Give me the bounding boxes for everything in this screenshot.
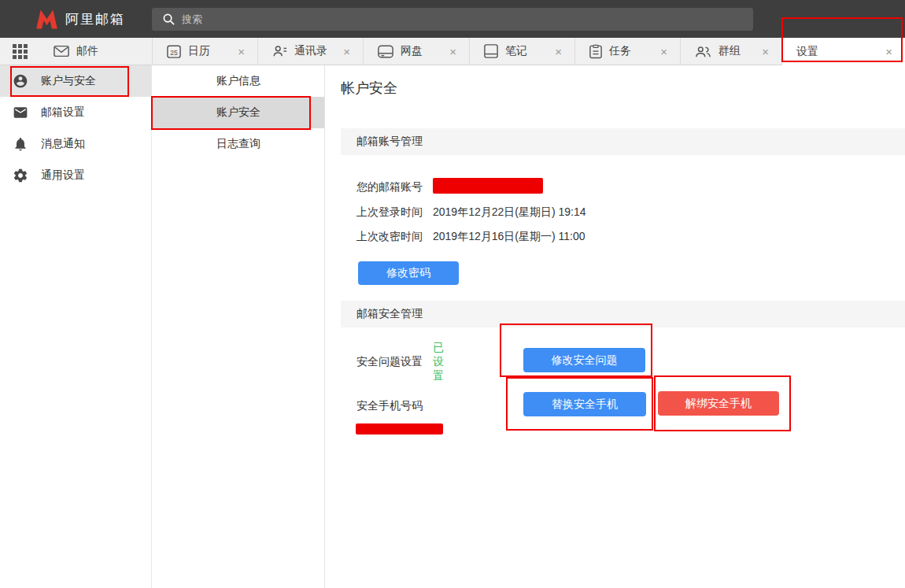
close-icon[interactable]: × (654, 46, 674, 57)
security-question-status: 已设置 (433, 341, 444, 383)
tab-bar: 邮件 25 日历 × 通讯录 × (0, 38, 905, 65)
search-input[interactable]: 搜索 (152, 8, 753, 31)
tab-contacts[interactable]: 通讯录 × (257, 38, 363, 65)
close-icon[interactable]: × (443, 46, 463, 57)
close-icon[interactable]: × (755, 46, 775, 57)
gear-icon (13, 168, 28, 183)
app-grid-icon (13, 44, 28, 59)
main-content: 帐户安全 邮箱账号管理 您的邮箱账号 上次登录时间 2019年12月22日(星期… (326, 65, 905, 588)
account-security-subnav: 账户信息 账户安全 日志查询 (153, 65, 325, 588)
user-circle-icon (13, 73, 28, 89)
alimail-settings-window: 阿里邮箱 搜索 邮件 25 日历 × (0, 0, 905, 588)
sidebar-item-label: 账户与安全 (41, 74, 96, 88)
envelope-icon (13, 105, 28, 120)
settings-sidebar: 账户与安全 邮箱设置 消息通知 通用设置 (0, 65, 152, 588)
last-login-row: 上次登录时间 2019年12月22日(星期日) 19:14 (356, 205, 423, 220)
sidebar-item-label: 邮箱设置 (41, 105, 85, 120)
email-account-label: 您的邮箱账号 (356, 180, 423, 194)
modify-security-question-button[interactable]: 修改安全问题 (523, 348, 645, 372)
tab-notes[interactable]: 笔记 × (469, 38, 574, 65)
tab-drive[interactable]: 网盘 × (363, 38, 469, 65)
calendar-icon: 25 (167, 44, 181, 58)
close-icon[interactable]: × (879, 46, 899, 57)
section-header-label: 邮箱安全管理 (356, 307, 423, 321)
tab-label: 任务 (609, 44, 631, 58)
subnav-item-label: 日志查询 (216, 137, 260, 151)
tab-label: 设置 (796, 45, 818, 59)
tab-groups[interactable]: 群组 × (680, 38, 781, 65)
last-password-change-value: 2019年12月16日(星期一) 11:00 (433, 230, 585, 244)
drive-icon (378, 45, 393, 58)
tab-label: 群组 (718, 44, 741, 58)
security-question-label: 安全问题设置 (356, 355, 423, 369)
security-question-row: 安全问题设置 已设置 (356, 354, 423, 370)
tab-label: 邮件 (76, 44, 98, 58)
subnav-item-account-security[interactable]: 账户安全 (153, 97, 324, 128)
bell-icon (13, 136, 28, 152)
close-icon[interactable]: × (231, 46, 251, 57)
last-login-label: 上次登录时间 (356, 205, 423, 220)
tab-tasks[interactable]: 任务 × (574, 38, 680, 65)
security-phone-label: 安全手机号码 (356, 399, 423, 413)
mail-icon (54, 45, 69, 57)
subnav-item-account-info[interactable]: 账户信息 (153, 65, 324, 97)
groups-icon (695, 45, 711, 58)
tasks-icon (589, 44, 602, 59)
last-password-change-row: 上次改密时间 2019年12月16日(星期一) 11:00 (356, 229, 423, 245)
notes-icon (484, 44, 498, 58)
alimail-m-logo-icon (35, 9, 58, 30)
top-bar: 阿里邮箱 搜索 (0, 0, 905, 38)
tab-label: 网盘 (401, 44, 423, 58)
subnav-item-label: 账户信息 (216, 74, 260, 88)
svg-text:25: 25 (170, 49, 178, 57)
change-password-button[interactable]: 修改密码 (358, 261, 459, 285)
subnav-item-label: 账户安全 (216, 105, 260, 120)
section-header-mail-account: 邮箱账号管理 (341, 128, 905, 155)
sidebar-item-mailbox-settings[interactable]: 邮箱设置 (0, 97, 151, 128)
email-account-row: 您的邮箱账号 (356, 179, 423, 195)
unbind-security-phone-button[interactable]: 解绑安全手机 (658, 391, 779, 416)
sidebar-item-label: 通用设置 (41, 168, 85, 183)
sidebar-item-general-settings[interactable]: 通用设置 (0, 160, 151, 191)
section-header-mail-security: 邮箱安全管理 (341, 301, 905, 327)
sidebar-item-label: 消息通知 (41, 137, 85, 151)
brand-title: 阿里邮箱 (65, 10, 125, 28)
search-icon (163, 13, 175, 25)
close-icon[interactable]: × (549, 46, 568, 57)
close-icon[interactable]: × (337, 46, 356, 57)
contacts-icon (272, 44, 287, 58)
page-title: 帐户安全 (341, 79, 397, 98)
replace-security-phone-button[interactable]: 替换安全手机 (523, 392, 646, 416)
tab-label: 通讯录 (294, 44, 327, 58)
app-grid-button[interactable] (0, 38, 39, 65)
last-password-change-label: 上次改密时间 (356, 230, 423, 244)
tab-mail[interactable]: 邮件 (39, 38, 152, 65)
sidebar-item-notifications[interactable]: 消息通知 (0, 128, 151, 160)
security-phone-row: 安全手机号码 (356, 398, 423, 414)
tab-label: 笔记 (505, 44, 527, 58)
section-header-label: 邮箱账号管理 (356, 135, 423, 149)
brand: 阿里邮箱 (35, 0, 125, 38)
subnav-item-log-query[interactable]: 日志查询 (153, 128, 324, 160)
last-login-value: 2019年12月22日(星期日) 19:14 (433, 205, 586, 220)
sidebar-item-account-security[interactable]: 账户与安全 (0, 65, 151, 97)
tab-settings[interactable]: 设置 × (781, 38, 905, 65)
search-placeholder: 搜索 (182, 13, 202, 27)
tab-label: 日历 (188, 44, 210, 58)
tab-calendar[interactable]: 25 日历 × (152, 38, 257, 65)
